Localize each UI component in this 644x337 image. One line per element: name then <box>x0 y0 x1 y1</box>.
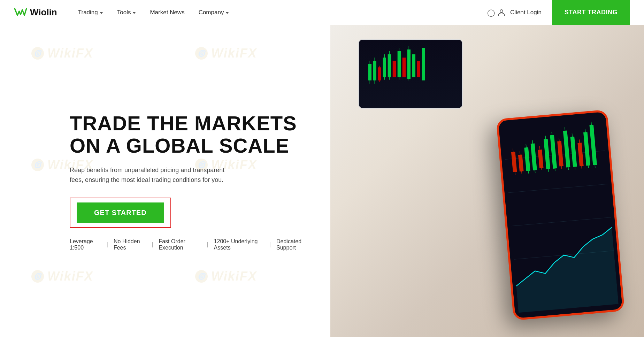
chevron-down-icon <box>132 12 136 14</box>
watermark: 🌀 WikiFX <box>195 269 257 284</box>
laptop-display <box>358 39 463 109</box>
watermark: 🌀 WikiFX <box>31 46 93 61</box>
feature-execution: Fast Order Execution <box>159 238 201 251</box>
svg-rect-12 <box>422 48 425 80</box>
separator: | <box>207 242 208 248</box>
hero-subtitle: Reap benefits from unparalleled pricing … <box>70 165 237 185</box>
user-profile-icon <box>498 9 505 16</box>
hero-section: 🌀 WikiFX 🌀 WikiFX 🌀 WikiFX 🌀 WikiFX 🌀 Wi… <box>0 25 644 337</box>
feature-bar: Leverage 1:500 | No Hidden Fees | Fast O… <box>70 238 314 251</box>
hero-title: TRADE THE MARKETS ON A GLOBAL SCALE <box>70 112 314 157</box>
chevron-down-icon <box>100 12 103 14</box>
feature-leverage: Leverage 1:500 <box>70 238 101 251</box>
separator: | <box>152 242 153 248</box>
nav-links: Trading Tools Market News Company <box>78 9 477 16</box>
svg-rect-6 <box>393 61 396 77</box>
nav-company[interactable]: Company <box>199 9 229 16</box>
start-trading-button[interactable]: START TRADING <box>552 0 630 25</box>
nav-right: ◯ Client Login START TRADING <box>477 0 630 25</box>
client-login-button[interactable]: ◯ Client Login <box>477 8 552 17</box>
svg-rect-11 <box>417 61 420 77</box>
watermark: 🌀 WikiFX <box>31 269 93 284</box>
nav-tools[interactable]: Tools <box>117 9 136 16</box>
user-icon: ◯ <box>487 8 495 17</box>
navbar: Wiolin Trading Tools Market News Company… <box>0 0 644 25</box>
feature-fees: No Hidden Fees <box>114 238 146 251</box>
logo-icon <box>14 7 27 18</box>
logo-text: Wiolin <box>30 7 57 18</box>
svg-rect-10 <box>412 54 415 77</box>
laptop-chart <box>362 43 459 105</box>
hero-image <box>330 25 644 337</box>
hero-background <box>330 25 644 337</box>
logo[interactable]: Wiolin <box>14 7 57 18</box>
nav-trading[interactable]: Trading <box>78 9 103 16</box>
svg-line-21 <box>508 184 608 193</box>
feature-support: Dedicated Support <box>276 238 314 251</box>
chevron-down-icon <box>225 12 229 14</box>
svg-line-22 <box>511 217 611 226</box>
phone-chart <box>502 115 619 314</box>
watermark: 🌀 WikiFX <box>195 46 257 61</box>
get-started-wrapper: GET STARTED <box>70 198 171 228</box>
feature-assets: 1200+ Underlying Assets <box>214 238 264 251</box>
get-started-button[interactable]: GET STARTED <box>77 202 164 223</box>
nav-market-news[interactable]: Market News <box>150 9 184 16</box>
svg-point-0 <box>500 10 503 13</box>
separator: | <box>107 242 108 248</box>
hero-content: TRADE THE MARKETS ON A GLOBAL SCALE Reap… <box>70 112 314 251</box>
svg-marker-50 <box>512 227 619 313</box>
separator: | <box>269 242 271 248</box>
phone-mockup <box>496 109 624 321</box>
svg-rect-8 <box>402 58 406 77</box>
